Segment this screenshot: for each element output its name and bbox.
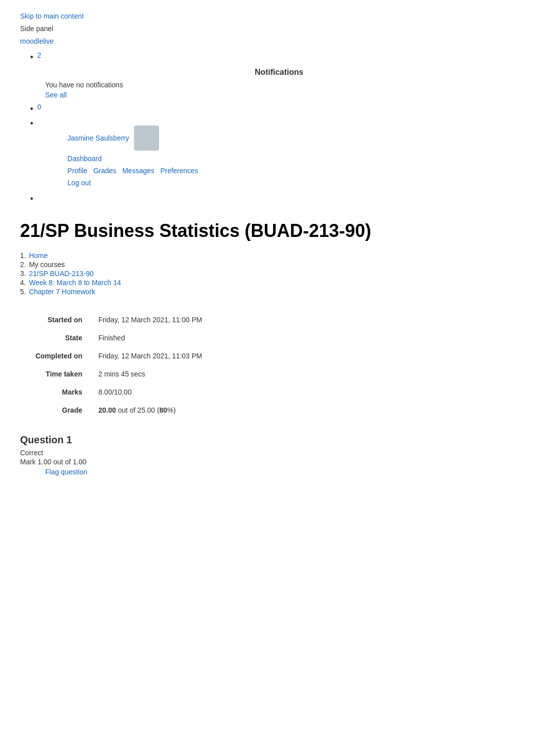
moodlelive-link[interactable]: moodlelive (20, 35, 513, 48)
nav-section: • 2 Notifications You have no notificati… (30, 51, 513, 206)
flag-question-link[interactable]: Flag question (45, 468, 87, 476)
question-1-heading: Question 1 (20, 434, 513, 446)
notification-bullet-item: • 2 (30, 51, 513, 64)
bullet-dot-3: • (30, 117, 33, 130)
breadcrumb-course-link[interactable]: 21/SP BUAD-213-90 (29, 270, 94, 278)
badge-zero[interactable]: 0 (37, 103, 41, 111)
grade-row: Grade 20.00 out of 25.00 (80%) (20, 401, 513, 419)
notifications-box: Notifications You have no notifications … (45, 68, 513, 99)
grade-label: Grade (20, 401, 90, 419)
see-all-link[interactable]: See all (45, 91, 67, 99)
user-links: Profile Grades Messages Preferences (67, 167, 202, 175)
breadcrumb-chapter-link[interactable]: Chapter 7 Homework (29, 288, 95, 296)
notifications-title: Notifications (45, 68, 513, 77)
breadcrumb-item-3: 3. 21/SP BUAD-213-90 (20, 270, 513, 278)
skip-to-main-link[interactable]: Skip to main content (20, 10, 513, 23)
bullet-dot-2: • (30, 103, 33, 115)
breadcrumb-home-link[interactable]: Home (29, 251, 48, 260)
bullet-item-zero: • 0 (30, 103, 513, 115)
time-taken-row: Time taken 2 mins 45 secs (20, 365, 513, 383)
completed-on-row: Completed on Friday, 12 March 2021, 11:0… (20, 347, 513, 365)
grades-link[interactable]: Grades (93, 167, 116, 175)
preferences-link[interactable]: Preferences (160, 167, 198, 175)
grade-value: 20.00 out of 25.00 (80%) (90, 401, 513, 419)
messages-link[interactable]: Messages (122, 167, 155, 175)
avatar (134, 125, 159, 151)
page-title: 21/SP Business Statistics (BUAD-213-90) (20, 220, 513, 241)
user-avatar-row: Jasmine Saulsberry (67, 125, 202, 151)
question-1-mark: Mark 1.00 out of 1.00 (20, 458, 513, 466)
breadcrumb: 1. Home 2. My courses 3. 21/SP BUAD-213-… (20, 251, 513, 296)
profile-link[interactable]: Profile (67, 167, 87, 175)
question-1-section: Question 1 Correct Mark 1.00 out of 1.00… (20, 434, 513, 476)
breadcrumb-item-2: 2. My courses (20, 261, 513, 269)
logout-link[interactable]: Log out (67, 179, 202, 187)
dashboard-link[interactable]: Dashboard (67, 155, 202, 163)
bullet-dot: • (30, 51, 33, 64)
user-section: Jasmine Saulsberry Dashboard Profile Gra… (67, 125, 202, 187)
marks-row: Marks 8.00/10.00 (20, 383, 513, 401)
breadcrumb-item-5: 5. Chapter 7 Homework (20, 288, 513, 296)
notification-badge[interactable]: 2 (37, 51, 41, 59)
time-taken-value: 2 mins 45 secs (90, 365, 513, 383)
marks-label: Marks (20, 383, 90, 401)
breadcrumb-list: 1. Home 2. My courses 3. 21/SP BUAD-213-… (20, 251, 513, 296)
completed-on-label: Completed on (20, 347, 90, 365)
breadcrumb-item-4: 4. Week 8: March 8 to March 14 (20, 279, 513, 287)
user-name-link[interactable]: Jasmine Saulsberry (67, 134, 129, 142)
grade-rest: out of 25.00 (80%) (116, 406, 176, 414)
breadcrumb-mycourses: My courses (29, 261, 65, 269)
side-panel-text: Side panel (20, 23, 513, 35)
state-label: State (20, 329, 90, 347)
grade-percent: 80 (159, 406, 167, 414)
completed-on-value: Friday, 12 March 2021, 11:03 PM (90, 347, 513, 365)
marks-value: 8.00/10.00 (90, 383, 513, 401)
started-on-label: Started on (20, 311, 90, 329)
quiz-info-table: Started on Friday, 12 March 2021, 11:00 … (20, 311, 513, 419)
top-links: Skip to main content Side panel moodleli… (20, 10, 513, 48)
grade-bold: 20.00 (98, 406, 116, 414)
started-on-value: Friday, 12 March 2021, 11:00 PM (90, 311, 513, 329)
bullet-dot-4: • (30, 193, 33, 205)
state-value: Finished (90, 329, 513, 347)
bullet-item-empty: • (30, 193, 513, 205)
breadcrumb-week-link[interactable]: Week 8: March 8 to March 14 (29, 279, 121, 287)
breadcrumb-item-1: 1. Home (20, 251, 513, 260)
no-notifications-text: You have no notifications (45, 81, 513, 89)
time-taken-label: Time taken (20, 365, 90, 383)
bullet-item-user: • Jasmine Saulsberry Dashboard Profile G… (30, 117, 513, 191)
question-1-status: Correct (20, 449, 513, 457)
started-on-row: Started on Friday, 12 March 2021, 11:00 … (20, 311, 513, 329)
state-row: State Finished (20, 329, 513, 347)
